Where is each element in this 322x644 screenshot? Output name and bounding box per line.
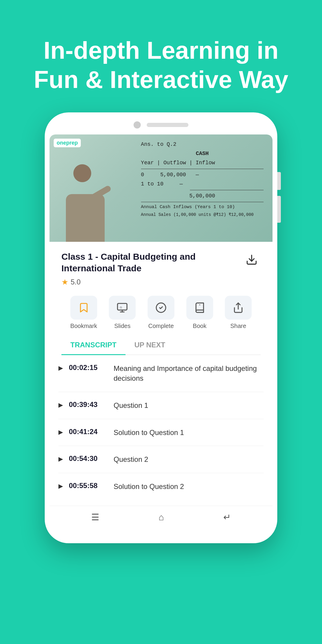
timestamp-5: 00:55:58	[69, 482, 108, 490]
class-title: Class 1 - Capital Budgeting and Internat…	[61, 251, 228, 274]
slides-icon-box: G	[109, 296, 136, 320]
complete-label: Complete	[148, 323, 174, 329]
phone-side-button-top	[277, 172, 281, 190]
nav-home-icon[interactable]: ⌂	[159, 512, 164, 522]
video-logo: oneprep	[54, 139, 81, 147]
play-icon-1: ▶	[58, 364, 63, 371]
star-icon: ★	[61, 278, 68, 287]
transcript-text-5: Solution to Question 2	[114, 482, 184, 492]
hero-title-line2: Fun & Interactive Way	[34, 66, 288, 93]
timestamp-3: 00:41:24	[69, 428, 108, 436]
phone-camera	[134, 121, 141, 129]
timestamp-2: 00:39:43	[69, 400, 108, 409]
phone-container: oneprep Ans. to Q.2 CASH Year | Outflow …	[0, 112, 322, 544]
whiteboard-line1: Ans. to Q.2	[141, 140, 264, 148]
whiteboard-line4: 0 5,00,000 —	[141, 171, 264, 179]
content-area: Class 1 - Capital Budgeting and Internat…	[49, 242, 273, 355]
download-button[interactable]	[243, 251, 261, 269]
play-icon-2: ▶	[58, 401, 63, 408]
transcript-text-1: Meaning and Importance of capital budget…	[114, 363, 264, 383]
bookmark-label: Bookmark	[70, 323, 97, 329]
whiteboard-line5: 1 to 10 —	[141, 180, 264, 188]
whiteboard-line2: CASH	[141, 150, 264, 158]
play-icon-4: ▶	[58, 455, 63, 462]
phone-side-button-mid	[277, 196, 281, 223]
timestamp-4: 00:54:30	[69, 454, 108, 463]
rating-value: 5.0	[71, 278, 80, 286]
book-action[interactable]: Book	[186, 296, 213, 329]
transcript-text-3: Solution to Question 1	[114, 428, 184, 438]
action-row: Bookmark G Slides	[61, 296, 261, 329]
transcript-item-3[interactable]: ▶ 00:41:24 Solution to Question 1	[58, 419, 264, 446]
complete-icon-box	[148, 296, 174, 320]
transcript-text-4: Question 2	[114, 454, 148, 465]
whiteboard-line8: Annual Sales (1,00,000 units @₹12) ₹12,0…	[141, 212, 264, 218]
phone-screen: oneprep Ans. to Q.2 CASH Year | Outflow …	[49, 134, 273, 529]
complete-action[interactable]: Complete	[148, 296, 174, 329]
book-label: Book	[193, 323, 207, 329]
transcript-text-2: Question 1	[114, 400, 148, 411]
svg-rect-1	[118, 304, 127, 310]
phone-speaker	[147, 123, 188, 127]
phone-mockup: oneprep Ans. to Q.2 CASH Year | Outflow …	[45, 112, 277, 544]
bookmark-icon-box	[70, 296, 97, 320]
play-icon-3: ▶	[58, 428, 63, 436]
svg-text:G: G	[120, 305, 122, 309]
share-action[interactable]: Share	[225, 296, 252, 329]
nav-back-icon[interactable]: ↵	[223, 512, 231, 522]
hero-title-line1: In-depth Learning in	[44, 37, 278, 64]
teacher-figure	[55, 158, 115, 242]
tab-transcript[interactable]: TRANSCRIPT	[61, 335, 126, 354]
hero-section: In-depth Learning in Fun & Interactive W…	[0, 0, 322, 112]
rating-row: ★ 5.0	[61, 278, 261, 287]
teacher-head	[73, 164, 91, 182]
transcript-item-2[interactable]: ▶ 00:39:43 Question 1	[58, 392, 264, 419]
transcript-list: ▶ 00:02:15 Meaning and Importance of cap…	[49, 355, 273, 500]
teacher-body	[66, 194, 105, 242]
transcript-item-5[interactable]: ▶ 00:55:58 Solution to Question 2	[58, 473, 264, 500]
play-icon-5: ▶	[58, 482, 63, 490]
class-header: Class 1 - Capital Budgeting and Internat…	[61, 251, 261, 274]
bookmark-action[interactable]: Bookmark	[70, 296, 97, 329]
timestamp-1: 00:02:15	[69, 363, 108, 372]
whiteboard-line3: Year | Outflow | Inflow	[141, 159, 264, 167]
video-content: oneprep Ans. to Q.2 CASH Year | Outflow …	[49, 134, 273, 242]
slides-action[interactable]: G Slides	[109, 296, 136, 329]
nav-menu-icon[interactable]: ☰	[91, 512, 99, 522]
share-icon-box	[225, 296, 252, 320]
video-thumbnail[interactable]: oneprep Ans. to Q.2 CASH Year | Outflow …	[49, 134, 273, 242]
phone-bottom-nav: ☰ ⌂ ↵	[49, 506, 273, 528]
whiteboard-line6: 5,00,000	[141, 192, 264, 200]
whiteboard-line7: Annual Cash Inflows (Years 1 to 10)	[141, 204, 264, 211]
transcript-item-4[interactable]: ▶ 00:54:30 Question 2	[58, 446, 264, 473]
whiteboard: Ans. to Q.2 CASH Year | Outflow | Inflow…	[141, 140, 264, 232]
slides-label: Slides	[114, 323, 130, 329]
transcript-item-1[interactable]: ▶ 00:02:15 Meaning and Importance of cap…	[58, 355, 264, 392]
book-icon-box	[186, 296, 213, 320]
phone-notch	[49, 121, 273, 134]
tabs-row: TRANSCRIPT UP NEXT	[61, 335, 261, 355]
tab-up-next[interactable]: UP NEXT	[126, 335, 174, 354]
share-label: Share	[230, 323, 246, 329]
